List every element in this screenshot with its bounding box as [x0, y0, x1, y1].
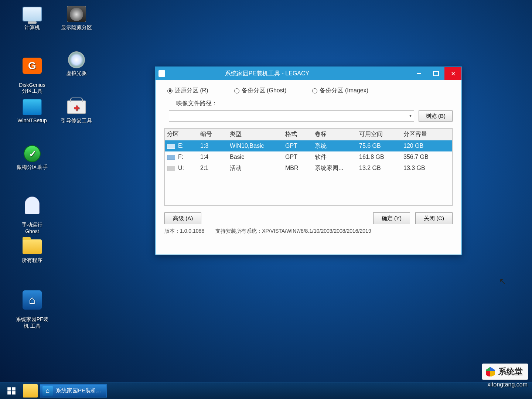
taskbar-app-pe-installer[interactable]: 系统家园PE装机... — [40, 384, 107, 398]
taskbar-explorer[interactable] — [23, 384, 38, 398]
computer-icon — [23, 7, 42, 21]
icon-label: 傲梅分区助手 — [12, 164, 52, 171]
close-button[interactable] — [444, 67, 461, 80]
cell-label: 系统 — [315, 142, 359, 150]
drive-icon — [167, 155, 175, 160]
cell-drive: U: — [167, 165, 200, 171]
toolbox-icon — [67, 100, 86, 114]
image-path-input-row: ▾ 浏览 (B) — [164, 110, 453, 122]
table-row[interactable]: E:1:3WIN10,BasicGPT系统75.6 GB120 GB — [165, 140, 452, 151]
window-icon — [158, 70, 165, 77]
cursor-icon: ↖ — [499, 277, 506, 286]
radio-label: 备份分区 (Ghost) — [242, 87, 287, 95]
cell-cap: 120 GB — [403, 143, 448, 149]
watermark-text: 系统堂 — [498, 367, 523, 376]
svg-rect-2 — [7, 391, 11, 395]
ghost-icon — [25, 197, 40, 214]
col-capacity: 分区容量 — [403, 130, 448, 138]
chevron-down-icon[interactable]: ▾ — [409, 113, 412, 118]
window-title: 系统家园PE装机工具 - LEGACY — [168, 70, 410, 78]
cell-idx: 2:1 — [200, 165, 230, 171]
ok-button[interactable]: 确定 (Y) — [373, 212, 410, 224]
close-window-button[interactable]: 关闭 (C) — [415, 212, 453, 224]
col-type: 类型 — [230, 130, 285, 138]
window-body: 还原分区 (R) 备份分区 (Ghost) 备份分区 (Imagex) 映像文件… — [156, 80, 461, 255]
drive-icon — [167, 144, 175, 149]
radio-icon — [234, 88, 239, 93]
minimize-button[interactable] — [410, 67, 427, 80]
cell-idx: 1:3 — [200, 143, 230, 149]
drive-icon — [167, 166, 175, 171]
pe-installer-window: 系统家园PE装机工具 - LEGACY 还原分区 (R) 备份分区 (Ghost… — [155, 66, 462, 255]
svg-rect-0 — [7, 387, 11, 391]
svg-rect-1 — [12, 387, 16, 391]
icon-label: 显示隐藏分区 — [56, 24, 97, 31]
cell-drive: F: — [167, 154, 200, 160]
desktop-icon-ghost[interactable]: 手动运行 Ghost — [12, 191, 52, 240]
cell-type: WIN10,Basic — [230, 143, 285, 149]
cell-idx: 1:4 — [200, 154, 230, 160]
disk-icon — [67, 6, 86, 22]
maximize-button[interactable] — [427, 67, 444, 80]
cd-icon — [68, 51, 85, 68]
icon-label: 所有程序 — [12, 257, 52, 264]
winnt-icon — [23, 99, 42, 115]
icon-label: WinNTSetup — [12, 117, 52, 123]
desktop-icon-show-hidden[interactable]: 显示隐藏分区 — [56, 5, 97, 31]
support-text: 支持安装所有系统：XP/VISTA/WIN7/8/8.1/10/2003/200… — [215, 228, 371, 235]
start-button[interactable] — [2, 383, 21, 398]
desktop-icon-winnt[interactable]: WinNTSetup — [12, 98, 52, 123]
window-controls — [410, 67, 461, 80]
cell-type: 活动 — [230, 164, 285, 172]
pe-app-icon — [23, 290, 42, 310]
taskbar-app-label: 系统家园PE装机... — [56, 387, 101, 394]
radio-icon — [167, 88, 173, 93]
image-path-label: 映像文件路径： — [176, 100, 218, 108]
radio-backup-ghost[interactable]: 备份分区 (Ghost) — [234, 87, 287, 95]
titlebar[interactable]: 系统家园PE装机工具 - LEGACY — [156, 67, 461, 80]
radio-restore[interactable]: 还原分区 (R) — [167, 87, 208, 95]
diskgenius-icon: G — [23, 58, 42, 74]
browse-button[interactable]: 浏览 (B) — [419, 110, 453, 122]
windows-icon — [7, 386, 16, 396]
aomei-icon — [24, 145, 41, 162]
cell-label: 系统家园... — [315, 164, 359, 172]
col-partition: 分区 — [167, 130, 200, 138]
desktop-icon-diskgenius[interactable]: G DiskGenius 分区工具 — [12, 51, 52, 100]
desktop-icon-pe-tool[interactable]: 系统家园PE装 机 工具 — [12, 285, 52, 335]
image-path-row: 映像文件路径： — [164, 100, 453, 108]
cell-cap: 13.3 GB — [403, 165, 448, 171]
radio-backup-imagex[interactable]: 备份分区 (Imagex) — [312, 87, 368, 95]
icon-label: 计算机 — [12, 24, 52, 31]
desktop-icon-all-programs[interactable]: 所有程序 — [12, 238, 52, 264]
desktop-icon-boot-fix[interactable]: 引导修复工具 — [56, 98, 97, 124]
table-header: 分区 编号 类型 格式 卷标 可用空间 分区容量 — [165, 129, 452, 140]
col-index: 编号 — [200, 130, 230, 138]
cell-free: 13.2 GB — [359, 165, 403, 171]
taskbar: 系统家园PE装机... — [0, 382, 532, 399]
action-row: 高级 (A) 确定 (Y) 关闭 (C) — [164, 212, 453, 224]
icon-label: DiskGenius 分区工具 — [12, 82, 52, 95]
desktop: 计算机 显示隐藏分区 G DiskGenius 分区工具 虚拟光驱 WinNTS… — [0, 0, 532, 384]
advanced-button[interactable]: 高级 (A) — [164, 212, 201, 224]
cell-cap: 356.7 GB — [403, 154, 448, 160]
radio-icon — [312, 88, 317, 93]
image-path-combobox[interactable]: ▾ — [169, 110, 414, 122]
cell-free: 75.6 GB — [359, 143, 403, 149]
radio-label: 还原分区 (R) — [175, 87, 208, 95]
col-free: 可用空间 — [359, 130, 403, 138]
desktop-icon-computer[interactable]: 计算机 — [12, 5, 52, 31]
cell-type: Basic — [230, 154, 285, 160]
desktop-icon-aomei[interactable]: 傲梅分区助手 — [12, 145, 52, 171]
version-text: 版本：1.0.0.1088 — [164, 228, 204, 235]
table-row[interactable]: U:2:1活动MBR系统家园...13.2 GB13.3 GB — [165, 163, 452, 174]
desktop-icon-virtual-cd[interactable]: 虚拟光驱 — [56, 51, 97, 77]
watermark-badge: 系统堂 — [482, 364, 528, 380]
table-row[interactable]: F:1:4BasicGPT软件161.8 GB356.7 GB — [165, 151, 452, 163]
icon-label: 引导修复工具 — [56, 117, 97, 124]
footer-row: 版本：1.0.0.1088 支持安装所有系统：XP/VISTA/WIN7/8/8… — [164, 228, 453, 235]
svg-rect-3 — [12, 391, 16, 395]
radio-label: 备份分区 (Imagex) — [320, 87, 368, 95]
watermark-url: xitongtang.com — [487, 381, 528, 388]
icon-label: 虚拟光驱 — [56, 70, 97, 77]
